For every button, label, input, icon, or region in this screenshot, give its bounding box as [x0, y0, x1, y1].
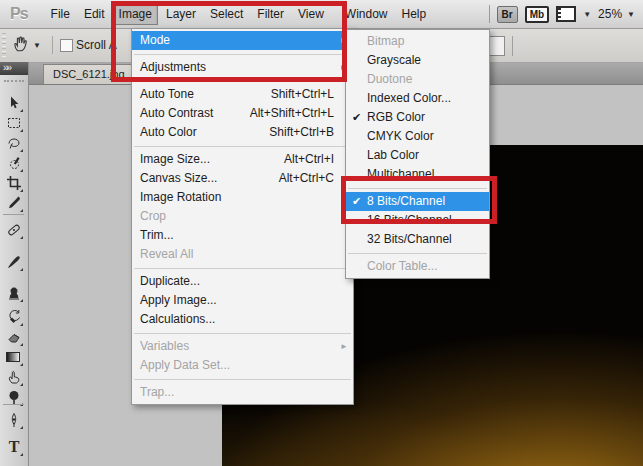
tools-panel: »» T [0, 62, 29, 466]
chevron-down-icon: ▼ [33, 41, 41, 50]
menu-item-multichannel[interactable]: Multichannel [346, 165, 489, 184]
menu-item-bitmap: Bitmap [346, 32, 489, 51]
menu-item-label: Duplicate... [140, 274, 200, 288]
menu-item-duplicate[interactable]: Duplicate... [132, 272, 353, 291]
hand-icon [12, 35, 30, 56]
menu-item-auto-tone[interactable]: Auto ToneShift+Ctrl+L [132, 85, 353, 104]
lasso-tool[interactable] [4, 133, 24, 153]
tool-separator [3, 404, 24, 405]
scroll-all-windows-checkbox[interactable] [60, 39, 73, 52]
menu-item-mode[interactable]: Mode► [132, 31, 353, 50]
menu-item-label: Auto Contrast [140, 106, 213, 120]
submenu-arrow-icon: ► [340, 337, 348, 356]
menu-item-label: Crop [140, 209, 166, 223]
menu-item-32-bits-channel[interactable]: 32 Bits/Channel [346, 230, 489, 249]
menu-bar: Ps FileEditImageLayerSelectFilterViewWin… [0, 0, 643, 29]
chevron-down-icon[interactable]: ▼ [627, 10, 635, 19]
menu-item-auto-contrast[interactable]: Auto ContrastAlt+Shift+Ctrl+L [132, 104, 353, 123]
tool-separator [3, 214, 24, 215]
zoom-level[interactable]: 25% [598, 7, 622, 21]
menu-separator [132, 264, 353, 272]
menu-item-label: 8 Bits/Channel [367, 194, 445, 208]
menu-item-image-size[interactable]: Image Size...Alt+Ctrl+I [132, 150, 353, 169]
menu-layer[interactable]: Layer [160, 3, 202, 25]
menu-item-label: Canvas Size... [140, 171, 217, 185]
eraser-tool[interactable] [4, 327, 24, 347]
clone-stamp-tool[interactable] [4, 283, 24, 303]
scroll-all-windows-label: Scroll A [76, 38, 132, 52]
menu-separator [346, 184, 489, 192]
menu-item-label: Multichannel [367, 167, 434, 181]
menu-filter[interactable]: Filter [251, 3, 290, 25]
options-bar-field[interactable] [489, 36, 505, 56]
menu-item-trap: Trap... [132, 383, 353, 402]
mode-submenu-dropdown: BitmapGrayscaleDuotoneIndexed Color...✔R… [345, 29, 490, 279]
menu-item-rgb-color[interactable]: ✔RGB Color [346, 108, 489, 127]
eyedropper-tool[interactable] [4, 193, 24, 213]
chevron-down-icon[interactable]: ▼ [583, 10, 591, 19]
type-tool[interactable]: T [4, 437, 24, 457]
menu-item-crop: Crop [132, 207, 353, 226]
menu-item-label: Adjustments [140, 60, 206, 74]
menu-item-16-bits-channel[interactable]: 16 Bits/Channel [346, 211, 489, 230]
spot-healing-brush-tool[interactable] [4, 220, 24, 240]
panel-grip[interactable] [4, 80, 24, 82]
menu-separator [346, 249, 489, 257]
menu-item-auto-color[interactable]: Auto ColorShift+Ctrl+B [132, 123, 353, 142]
crop-tool[interactable] [4, 173, 24, 193]
checkmark-icon: ✔ [352, 192, 361, 211]
checkmark-icon: ✔ [352, 108, 361, 127]
menu-help[interactable]: Help [396, 3, 433, 25]
menu-select[interactable]: Select [204, 3, 249, 25]
menu-item-grayscale[interactable]: Grayscale [346, 51, 489, 70]
menu-item-label: CMYK Color [367, 129, 434, 143]
history-brush-tool[interactable] [4, 307, 24, 327]
menu-item-color-table: Color Table... [346, 257, 489, 276]
menu-window[interactable]: Window [339, 3, 394, 25]
rectangular-marquee-tool[interactable] [4, 113, 24, 133]
pen-tool[interactable] [4, 410, 24, 430]
menu-separator [132, 375, 353, 383]
menu-item-calculations[interactable]: Calculations... [132, 310, 353, 329]
menu-item-indexed-color[interactable]: Indexed Color... [346, 89, 489, 108]
menu-item-8-bits-channel[interactable]: ✔8 Bits/Channel [346, 192, 489, 211]
menu-file[interactable]: File [45, 3, 76, 25]
panel-collapse-button[interactable]: »» [0, 62, 28, 75]
menu-item-trim[interactable]: Trim... [132, 226, 353, 245]
menu-item-image-rotation[interactable]: Image Rotation► [132, 188, 353, 207]
menu-item-label: Duotone [367, 72, 412, 86]
quick-selection-tool[interactable] [4, 153, 24, 173]
screen-mode-icon[interactable] [556, 6, 576, 22]
menu-item-label: Image Size... [140, 152, 210, 166]
options-bar-grip[interactable] [2, 33, 6, 57]
brush-tool[interactable] [4, 252, 24, 272]
menu-item-label: Trim... [140, 228, 174, 242]
menu-item-duotone: Duotone [346, 70, 489, 89]
menu-edit[interactable]: Edit [78, 3, 111, 25]
menu-separator [132, 142, 353, 150]
smudge-tool[interactable] [4, 367, 24, 387]
menu-item-label: 32 Bits/Channel [367, 232, 452, 246]
menu-item-apply-image[interactable]: Apply Image... [132, 291, 353, 310]
bridge-button[interactable]: Br [497, 6, 518, 23]
menu-item-lab-color[interactable]: Lab Color [346, 146, 489, 165]
gradient-tool[interactable] [4, 347, 24, 367]
mini-bridge-button[interactable]: Mb [525, 6, 549, 23]
menu-item-reveal-all: Reveal All [132, 245, 353, 264]
menu-image[interactable]: Image [113, 3, 158, 25]
menu-item-canvas-size[interactable]: Canvas Size...Alt+Ctrl+C [132, 169, 353, 188]
menu-separator [132, 50, 353, 58]
menu-item-label: Calculations... [140, 312, 215, 326]
menu-item-label: Trap... [140, 385, 174, 399]
photoshop-window: ▼ Scroll A DSC_6121.jpg »» T Ps FileEdit… [0, 0, 643, 466]
menu-item-label: Variables [140, 339, 189, 353]
move-tool[interactable] [4, 93, 24, 113]
menu-separator [132, 329, 353, 337]
menu-view[interactable]: View [292, 3, 330, 25]
menu-item-cmyk-color[interactable]: CMYK Color [346, 127, 489, 146]
menu-item-adjustments[interactable]: Adjustments► [132, 58, 353, 77]
menu-item-variables: Variables► [132, 337, 353, 356]
menu-item-label: Reveal All [140, 247, 193, 261]
hand-tool-options-button[interactable]: ▼ [12, 34, 46, 56]
menu-item-label: Auto Color [140, 125, 197, 139]
